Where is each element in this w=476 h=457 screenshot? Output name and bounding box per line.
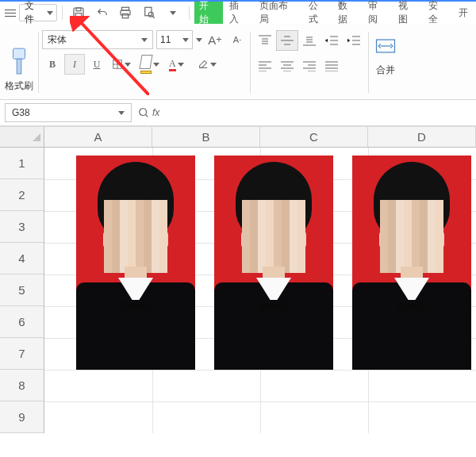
clear-format-button[interactable] (194, 54, 221, 75)
tab-formulas[interactable]: 公式 (304, 2, 332, 24)
embedded-image[interactable] (352, 156, 471, 370)
tab-security[interactable]: 安全 (424, 2, 452, 24)
ribbon: 格式刷 宋体 11 A+ A- B I U (0, 24, 476, 100)
align-top-icon[interactable] (254, 30, 276, 51)
tab-page-layout[interactable]: 页面布局 (255, 2, 302, 24)
name-box[interactable]: G38 (5, 103, 132, 122)
column-header-b[interactable]: B (152, 127, 260, 147)
svg-rect-1 (76, 8, 81, 11)
align-left-icon[interactable] (254, 56, 276, 76)
svg-rect-5 (123, 14, 129, 18)
fill-color-button[interactable] (137, 54, 164, 75)
caret-down-icon[interactable] (196, 38, 202, 42)
quick-access-more[interactable] (162, 3, 184, 22)
font-color-button[interactable]: A (166, 54, 193, 75)
bold-button[interactable]: B (42, 54, 63, 75)
merge-cells-label: 合并 (376, 63, 395, 77)
tab-more-cut[interactable]: 开 (454, 2, 473, 24)
align-center-icon[interactable] (276, 56, 298, 76)
tab-insert[interactable]: 插入 (225, 2, 253, 24)
undo-icon[interactable] (91, 3, 113, 22)
row-header[interactable]: 1 (0, 148, 44, 179)
column-header-c[interactable]: C (260, 127, 368, 147)
caret-down-icon (153, 63, 159, 67)
align-middle-icon[interactable] (276, 30, 298, 51)
print-preview-icon[interactable] (138, 3, 160, 22)
border-button[interactable] (109, 54, 136, 75)
font-name-value: 宋体 (48, 33, 67, 47)
tab-data[interactable]: 数据 (333, 2, 362, 24)
file-menu-button[interactable]: 文件 (19, 4, 57, 21)
cell-reference: G38 (12, 107, 30, 118)
row-header[interactable]: 2 (0, 179, 44, 211)
select-all-corner[interactable] (0, 127, 44, 147)
hamburger-icon[interactable] (3, 6, 17, 20)
format-painter-icon[interactable] (6, 46, 33, 78)
embedded-image[interactable] (76, 156, 195, 370)
merge-cells-group: 合并 (370, 27, 401, 98)
insert-function-icon[interactable]: fx (138, 107, 159, 118)
row-header[interactable]: 3 (0, 211, 44, 243)
divider (250, 32, 251, 93)
spreadsheet-grid[interactable]: A B C D 1 2 3 4 5 6 7 8 9 (0, 127, 476, 433)
format-painter-group: 格式刷 (2, 27, 36, 98)
underline-button[interactable]: U (86, 54, 107, 75)
divider (368, 32, 369, 93)
merge-cells-icon[interactable] (372, 30, 399, 62)
caret-down-icon (47, 11, 53, 15)
row-header[interactable]: 8 (0, 370, 44, 401)
svg-point-12 (140, 109, 147, 116)
svg-rect-8 (13, 48, 25, 59)
tab-view[interactable]: 视图 (393, 2, 422, 24)
decrease-font-size-icon[interactable]: A- (228, 30, 247, 49)
caret-down-icon (210, 63, 217, 67)
caret-down-icon (170, 11, 176, 15)
tab-home[interactable]: 开始 (194, 2, 223, 24)
save-icon[interactable] (67, 3, 90, 22)
caret-down-icon (141, 38, 148, 42)
divider (38, 32, 39, 93)
caret-down-icon (118, 111, 125, 115)
svg-point-7 (149, 12, 154, 17)
indent-decrease-icon[interactable] (321, 30, 343, 51)
print-icon[interactable] (114, 3, 136, 22)
caret-down-icon (182, 38, 189, 42)
italic-button[interactable]: I (64, 54, 85, 75)
svg-rect-2 (75, 13, 82, 17)
align-right-icon[interactable] (298, 56, 321, 76)
font-size-selector[interactable]: 11 (156, 30, 193, 49)
svg-rect-9 (17, 59, 21, 74)
row-header[interactable]: 7 (0, 338, 44, 370)
row-header[interactable]: 4 (0, 243, 44, 275)
format-painter-label: 格式刷 (5, 79, 33, 93)
indent-increase-icon[interactable] (343, 30, 365, 51)
row-header[interactable]: 5 (0, 275, 44, 306)
formula-input[interactable] (166, 103, 471, 122)
align-bottom-icon[interactable] (298, 30, 321, 51)
row-header[interactable]: 6 (0, 306, 44, 338)
embedded-image[interactable] (214, 156, 333, 370)
column-header-d[interactable]: D (368, 127, 476, 147)
align-justify-icon[interactable] (321, 56, 343, 76)
column-header-a[interactable]: A (44, 127, 152, 147)
file-menu-label: 文件 (25, 0, 44, 26)
increase-font-size-icon[interactable]: A+ (205, 30, 225, 49)
caret-down-icon (178, 63, 184, 67)
font-name-selector[interactable]: 宋体 (42, 30, 153, 49)
row-header[interactable]: 9 (0, 401, 44, 433)
divider (62, 6, 63, 20)
tab-review[interactable]: 审阅 (363, 2, 392, 24)
caret-down-icon (125, 63, 131, 67)
font-size-value: 11 (160, 34, 171, 45)
divider (189, 6, 190, 20)
